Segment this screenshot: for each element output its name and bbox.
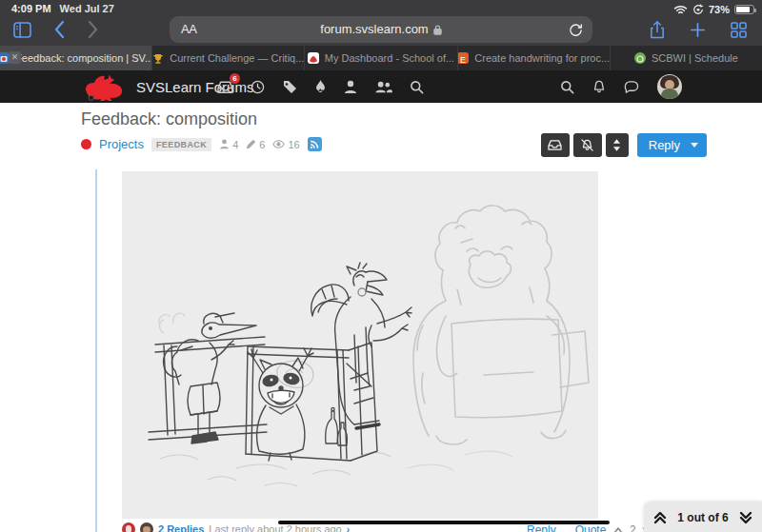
flame-icon[interactable] — [314, 78, 327, 95]
inbox-badge: 6 — [230, 73, 240, 84]
double-chevron-up-icon[interactable] — [652, 509, 668, 526]
inbox-icon[interactable]: 6 — [217, 78, 233, 95]
ipad-screen: 4:09 PM Wed Jul 27 73% — [0, 0, 762, 532]
tab-overview-icon[interactable] — [731, 21, 747, 38]
post-sketch-image[interactable] — [122, 171, 598, 519]
address-bar[interactable]: AA forum.svslearn.com — [170, 16, 592, 43]
tab-bar: ✕ Feedback: composition | SV... Current … — [0, 46, 762, 70]
scbwi-favicon — [634, 52, 646, 64]
header-user-icons — [560, 70, 682, 103]
quote-link[interactable]: Quote — [575, 523, 607, 532]
forum-header: SVSLearn Forums 6 — [0, 70, 762, 103]
reply-button-label: Reply — [649, 138, 680, 152]
user-avatar[interactable] — [657, 74, 682, 99]
replier-avatar — [140, 522, 153, 532]
bell-icon[interactable] — [592, 78, 606, 95]
reload-icon[interactable] — [569, 21, 583, 38]
replier-avatar — [122, 522, 135, 532]
tab-title: SCBWI | Schedule — [652, 52, 738, 64]
vote-count: 2 — [630, 523, 636, 532]
topic-archive-button[interactable] — [541, 133, 570, 157]
chevron-right-icon: › — [347, 524, 350, 532]
participants-count: 4 — [232, 139, 238, 150]
tab-feedback-composition[interactable]: ✕ Feedback: composition | SV... — [0, 46, 151, 70]
double-chevron-down-icon[interactable] — [738, 509, 753, 526]
svslearn-favicon — [0, 52, 10, 64]
replies-expander[interactable]: 2 Replies Last reply about 2 hours ago › — [122, 522, 350, 532]
safari-toolbar: AA forum.svslearn.com — [0, 13, 762, 46]
category-link[interactable]: Projects — [99, 137, 144, 151]
chevron-down-icon[interactable] — [691, 143, 698, 148]
sort-posts-button[interactable] — [606, 133, 629, 157]
tab-title: Create handwriting for proc... — [474, 52, 610, 64]
reply-button[interactable]: Reply — [637, 133, 707, 157]
url-text: forum.svslearn.com — [320, 22, 428, 36]
category-color-dot — [81, 139, 91, 149]
back-icon[interactable] — [54, 21, 65, 39]
tab-title: Feedback: composition | SV... — [15, 52, 151, 64]
post-pager: 1 out of 6 — [644, 502, 762, 532]
users-group-icon[interactable] — [374, 78, 392, 95]
trophy-icon — [152, 52, 164, 64]
user-icon — [219, 139, 230, 149]
posts-count: 6 — [259, 139, 265, 150]
user-icon[interactable] — [344, 78, 357, 95]
tab-title: My Dashboard - School of... — [325, 52, 454, 64]
share-icon[interactable] — [650, 20, 665, 38]
post-controls: Reply Quote — [527, 523, 606, 532]
views-stat: 16 — [272, 139, 299, 150]
participants-stat: 4 — [219, 139, 238, 150]
svs-dashboard-favicon — [308, 52, 319, 64]
upvote-icon[interactable] — [613, 523, 623, 532]
eye-icon — [272, 139, 285, 149]
etsy-favicon: E — [457, 52, 469, 64]
tag-badge[interactable]: FEEDBACK — [151, 138, 211, 151]
replies-count-link[interactable]: 2 Replies — [158, 523, 204, 532]
recent-clock-icon[interactable] — [251, 78, 265, 95]
tags-icon[interactable] — [282, 78, 297, 95]
tab-scbwi-schedule[interactable]: SCBWI | Schedule — [610, 46, 762, 70]
search-icon[interactable] — [410, 78, 424, 95]
lock-icon — [433, 22, 442, 36]
topic-title: Feedback: composition — [81, 109, 257, 129]
search-icon[interactable] — [560, 78, 574, 95]
svslearn-rabbit-logo-icon — [80, 72, 130, 101]
pager-position: 1 out of 6 — [677, 511, 728, 524]
close-tab-icon[interactable]: ✕ — [9, 51, 21, 64]
reply-link[interactable]: Reply — [527, 523, 556, 532]
topic-meta-row: Projects FEEDBACK 4 6 16 — [81, 137, 322, 151]
rss-icon[interactable] — [308, 137, 322, 151]
safari-chrome: 4:09 PM Wed Jul 27 73% — [0, 0, 762, 46]
posts-stat: 6 — [246, 139, 265, 150]
new-tab-icon[interactable] — [690, 21, 706, 38]
topic-page: Feedback: composition Projects FEEDBACK … — [0, 103, 762, 532]
timeline-line — [95, 169, 97, 532]
pencil-icon — [246, 139, 256, 149]
svg-text:E: E — [460, 55, 466, 65]
sidebar-icon[interactable] — [13, 21, 31, 38]
views-count: 16 — [288, 139, 299, 150]
last-reply-time: Last reply about 2 hours ago — [209, 523, 341, 532]
tab-current-challenge[interactable]: Current Challenge — Critiq... — [151, 46, 304, 70]
mute-notifications-button[interactable] — [573, 133, 602, 157]
topic-action-buttons: Reply — [541, 133, 707, 157]
forward-icon[interactable] — [88, 21, 98, 39]
header-nav-icons: 6 — [217, 70, 424, 103]
chat-bubble-icon[interactable] — [624, 78, 639, 95]
tab-create-handwriting[interactable]: E Create handwriting for proc... — [457, 46, 610, 70]
tab-my-dashboard[interactable]: My Dashboard - School of... — [304, 46, 456, 70]
tab-title: Current Challenge — Critiq... — [170, 52, 304, 64]
